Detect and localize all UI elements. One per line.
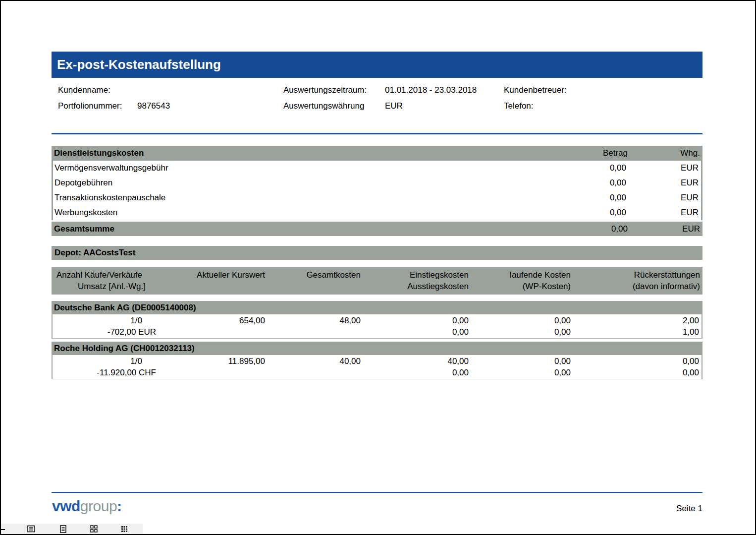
depot-header-bar: Depot: AACostsTest [52,246,702,260]
column-header-wp-kosten: (WP-Kosten) [471,281,573,292]
cost-currency: EUR [626,163,701,173]
umsatz-value: -702,00 EUR [53,326,159,338]
positions-header-line2: Umsatz [Anl.-Wg.] Ausstiegskosten (WP-Ko… [52,281,702,292]
position-row-line1: 1/0 654,00 48,00 0,00 0,00 2,00 [53,315,702,326]
security-name: Deutsche Bank AG (DE0005140008) [54,303,196,312]
column-header-ausstiegskosten: Ausstiegskosten [363,281,471,292]
rueckerstattung-value: 2,00 [573,315,702,326]
service-costs-title: Dienstleistungskosten [52,148,578,158]
auswertungswaehrung-label: Auswertungswährung [283,101,364,111]
position-rows: 1/0 654,00 48,00 0,00 0,00 2,00 -702,00 … [52,314,702,339]
cost-amount: 0,00 [577,163,626,173]
empty-cell [268,326,363,338]
kundenbetreuer-label: Kundenbetreuer: [504,85,567,95]
cost-currency: EUR [626,178,701,188]
column-header-umsatz: Umsatz [Anl.-Wg.] [52,281,148,292]
telefon-label: Telefon: [504,101,534,111]
total-label: Gesamtsumme [52,224,578,234]
total-currency: EUR [628,224,702,234]
column-header-einstiegskosten: Einstiegskosten [363,269,471,281]
laufende-kosten-value: 0,00 [471,315,573,326]
position-row-line2: -11.920,00 CHF 0,00 0,00 0,00 [53,367,702,378]
cost-label: Depotgebühren [53,178,577,188]
cost-label: Transaktionskostenpauschale [53,193,577,203]
table-row: Transaktionskostenpauschale 0,00 EUR [53,190,701,205]
security-band: Deutsche Bank AG (DE0005140008) [52,301,702,314]
kundenname-label: Kundenname: [58,85,110,95]
info-row-2: Portfolionummer: 9876543 Auswertungswähr… [52,101,702,112]
column-header-whg: Whg. [628,148,702,158]
auswertungszeitraum-label: Auswertungszeitraum: [283,85,367,95]
position-row-line1: 1/0 11.895,00 40,00 40,00 0,00 0,00 [53,356,702,367]
column-header-kurswert: Aktueller Kurswert [145,269,268,281]
davon-informativ-value: 0,00 [573,367,702,378]
column-header-betrag: Betrag [578,148,628,158]
umsatz-value: -11.920,00 CHF [53,367,159,378]
cost-label: Werbungskosten [53,208,577,218]
position-rows: 1/0 11.895,00 40,00 40,00 0,00 0,00 -11.… [52,355,702,379]
service-costs-body: Vermögensverwaltungsgebühr 0,00 EUR Depo… [52,161,702,220]
table-row: Vermögensverwaltungsgebühr 0,00 EUR [53,161,701,176]
wp-kosten-value: 0,00 [471,367,573,378]
position-row-line2: -702,00 EUR 0,00 0,00 1,00 [53,326,702,338]
laufende-kosten-value: 0,00 [471,356,573,367]
page-number: Seite 1 [52,504,702,514]
gesamtkosten-value: 40,00 [268,356,363,367]
rueckerstattung-value: 0,00 [573,356,702,367]
auswertungszeitraum-value: 01.01.2018 - 23.03.2018 [385,85,477,95]
einstiegskosten-value: 40,00 [363,356,471,367]
cost-currency: EUR [626,208,701,218]
total-amount: 0,00 [578,224,628,234]
gesamtkosten-value: 48,00 [268,315,363,326]
table-row: Werbungskosten 0,00 EUR [53,205,701,220]
divider-rule-top [52,133,702,134]
empty-cell [268,367,363,378]
viewer-toolbar [1,524,143,535]
anzahl-value: 1/0 [53,315,145,326]
cost-amount: 0,00 [577,178,626,188]
ausstiegskosten-value: 0,00 [363,326,471,338]
table-row: Depotgebühren 0,00 EUR [53,176,701,190]
column-header-empty [148,281,268,292]
portfolionummer-value: 9876543 [137,101,170,111]
footer-rule [52,492,702,493]
single-page-view-icon[interactable] [27,525,35,535]
column-header-empty [268,281,363,292]
security-band: Roche Holding AG (CH0012032113) [52,342,702,355]
security-name: Roche Holding AG (CH0012032113) [54,344,195,353]
service-costs-header-row: Dienstleistungskosten Betrag Whg. [52,146,702,161]
positions-header-line1: Anzahl Käufe/Verkäufe Aktueller Kurswert… [52,269,702,281]
column-header-rueckerstattungen: Rückerstattungen [573,269,702,281]
total-row: Gesamtsumme 0,00 EUR [52,222,702,236]
multi-page-view-icon[interactable] [60,525,66,535]
info-row-1: Kundenname: Auswertungszeitraum: 01.01.2… [52,85,702,96]
cost-amount: 0,00 [577,193,626,203]
anzahl-value: 1/0 [53,356,145,367]
column-header-gesamtkosten: Gesamtkosten [268,269,363,281]
empty-cell [159,367,268,378]
cost-amount: 0,00 [577,208,626,218]
service-costs-table: Dienstleistungskosten Betrag Whg. Vermög… [52,146,702,236]
grid-view-icon[interactable] [90,525,98,535]
ausstiegskosten-value: 0,00 [363,367,471,378]
report-title-bar: Ex-post-Kostenaufstellung [52,52,702,78]
depot-title: Depot: AACostsTest [54,248,135,257]
positions-table-header: Anzahl Käufe/Verkäufe Aktueller Kurswert… [52,267,702,295]
report-title: Ex-post-Kostenaufstellung [57,57,221,72]
column-header-laufende-kosten: laufende Kosten [471,269,573,281]
kurswert-value: 654,00 [145,315,268,326]
auswertungswaehrung-value: EUR [385,101,403,111]
dots-grid-icon[interactable] [121,525,128,535]
document-page: Ex-post-Kostenaufstellung Kundenname: Au… [0,0,756,535]
cost-label: Vermögensverwaltungsgebühr [53,163,577,173]
kurswert-value: 11.895,00 [145,356,268,367]
column-header-davon-informativ: (davon informativ) [573,281,702,292]
zoom-dash-icon[interactable] [1,529,5,530]
empty-cell [159,326,268,338]
column-header-anzahl: Anzahl Käufe/Verkäufe [52,269,145,281]
wp-kosten-value: 0,00 [471,326,573,338]
einstiegskosten-value: 0,00 [363,315,471,326]
portfolionummer-label: Portfolionummer: [58,101,122,111]
davon-informativ-value: 1,00 [573,326,702,338]
cost-currency: EUR [626,193,701,203]
